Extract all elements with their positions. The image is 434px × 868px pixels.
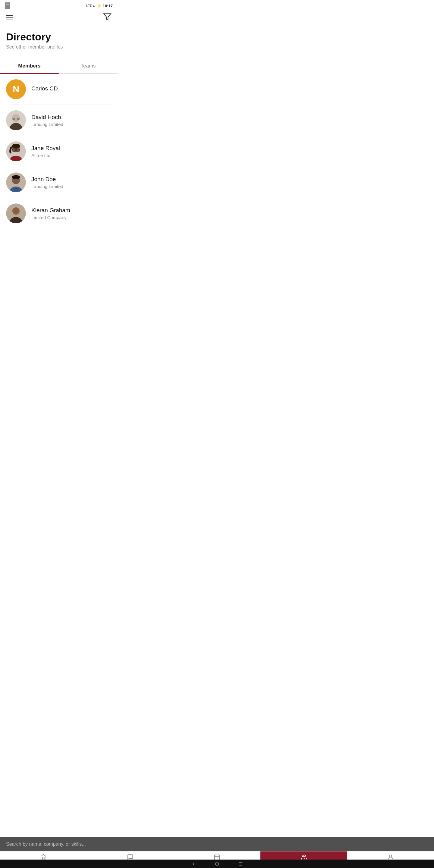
member-info: David Hoch Landing Limited [31,114,112,127]
status-bar: LTE▲ ⚡ 10:17 [0,0,118,10]
member-list: N Carlos CD David Hoch [0,74,118,229]
list-item[interactable]: John Doe Landing Limited [6,167,112,198]
member-name: John Doe [31,176,112,183]
tab-members[interactable]: Members [0,59,59,73]
svg-point-11 [12,144,20,149]
member-name: Carlos CD [31,85,112,92]
list-item[interactable]: Kieran Graham Limited Company [6,198,112,229]
member-info: Jane Royal Acme Ltd [31,145,112,158]
member-company: Limited Company [31,215,112,220]
member-name: Kieran Graham [31,207,112,214]
page-title-section: Directory See other member profiles [0,25,118,53]
member-name: Jane Royal [31,145,112,152]
member-info: Carlos CD [31,85,112,93]
svg-rect-4 [13,119,15,120]
svg-marker-0 [104,14,111,20]
hamburger-menu[interactable] [6,16,13,20]
page-subtitle: See other member profiles [6,44,112,50]
page-title: Directory [6,31,112,42]
time-display: 10:17 [103,4,113,8]
battery-icon: ⚡ [97,4,101,8]
list-item[interactable]: N Carlos CD [6,74,112,105]
member-info: Kieran Graham Limited Company [31,207,112,220]
avatar [6,110,26,130]
svg-point-15 [12,175,20,179]
tab-teams[interactable]: Teams [59,59,118,73]
member-company: Landing Limited [31,122,112,127]
avatar [6,204,26,223]
avatar [6,141,26,161]
app-header [0,10,118,25]
avatar: N [6,79,26,99]
member-info: John Doe Landing Limited [31,176,112,189]
filter-icon[interactable] [103,13,112,23]
directory-tabs: Members Teams [0,59,118,74]
member-name: David Hoch [31,114,112,121]
svg-point-18 [12,207,20,215]
status-right: LTE▲ ⚡ 10:17 [86,4,113,8]
status-left [5,2,10,9]
list-item[interactable]: David Hoch Landing Limited [6,105,112,136]
sd-card-icon [5,2,10,9]
member-company: Acme Ltd [31,153,112,158]
avatar [6,173,26,192]
member-company: Landing Limited [31,184,112,189]
content-area: N Carlos CD David Hoch [0,74,118,265]
signal-icon: LTE▲ [86,4,96,7]
svg-rect-5 [17,119,19,120]
list-item[interactable]: Jane Royal Acme Ltd [6,136,112,167]
